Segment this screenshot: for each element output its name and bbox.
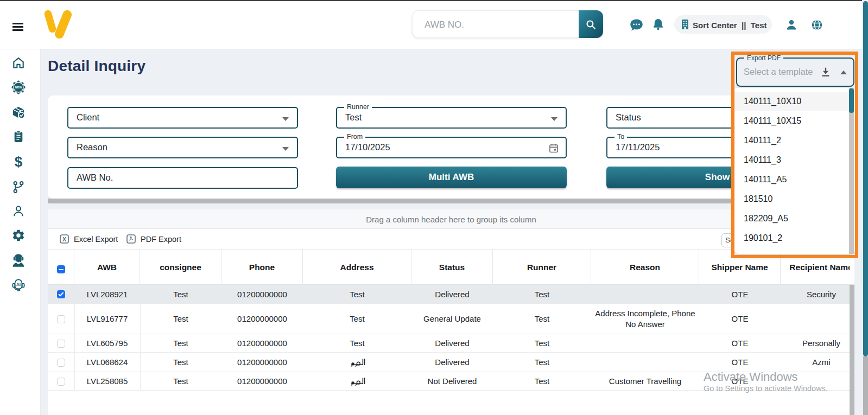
svg-text:AI: AI — [16, 282, 21, 287]
svg-text:$: $ — [15, 155, 23, 169]
svg-text:NEW: NEW — [15, 86, 22, 89]
svg-text:X: X — [62, 236, 66, 242]
